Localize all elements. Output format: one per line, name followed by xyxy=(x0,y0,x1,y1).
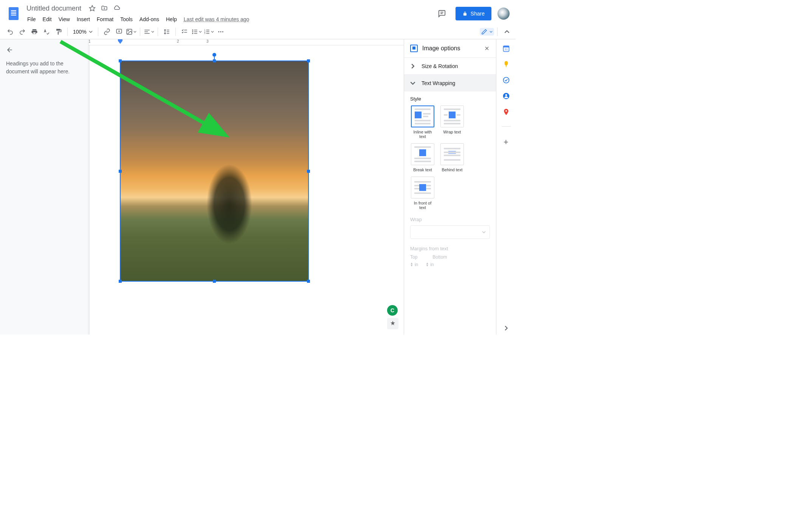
rotate-handle[interactable] xyxy=(212,53,216,57)
calendar-icon[interactable]: 31 xyxy=(502,45,510,52)
resize-handle-e[interactable] xyxy=(307,170,310,173)
selected-image[interactable] xyxy=(120,60,309,282)
menu-addons[interactable]: Add-ons xyxy=(136,15,162,24)
resize-handle-n[interactable] xyxy=(213,59,216,62)
presence-badge[interactable]: C xyxy=(387,305,398,316)
resize-handle-ne[interactable] xyxy=(307,59,310,62)
margin-bottom-input: ▲▼in xyxy=(426,262,434,267)
wrap-style-break[interactable]: Break text xyxy=(410,143,435,172)
ruler-mark: 3 xyxy=(206,39,209,43)
menu-help[interactable]: Help xyxy=(163,15,180,24)
lock-icon xyxy=(462,11,468,16)
docs-logo[interactable] xyxy=(6,6,21,21)
close-panel-button[interactable] xyxy=(484,45,490,51)
outline-panel: Headings you add to the document will ap… xyxy=(0,39,88,335)
outline-placeholder: Headings you add to the document will ap… xyxy=(6,60,82,76)
resize-handle-sw[interactable] xyxy=(119,280,122,283)
horizontal-ruler[interactable]: 1 2 3 xyxy=(88,39,404,45)
svg-point-30 xyxy=(222,31,223,32)
resize-handle-se[interactable] xyxy=(307,280,310,283)
align-button[interactable] xyxy=(143,26,155,37)
contacts-icon[interactable] xyxy=(502,92,510,100)
margin-top-input: ▲▼in xyxy=(410,262,418,267)
undo-button[interactable] xyxy=(5,26,16,37)
svg-point-7 xyxy=(128,30,129,31)
wrap-select xyxy=(410,225,490,239)
comments-icon[interactable] xyxy=(434,6,449,21)
share-label: Share xyxy=(471,11,485,17)
wrap-style-behind[interactable]: Behind text xyxy=(440,143,465,172)
svg-rect-32 xyxy=(118,39,122,41)
svg-point-40 xyxy=(505,110,507,112)
ruler-mark: 1 xyxy=(88,39,91,43)
menu-view[interactable]: View xyxy=(56,15,73,24)
zoom-dropdown[interactable]: 100% xyxy=(71,29,95,35)
svg-point-29 xyxy=(220,31,221,32)
add-addon-button[interactable]: + xyxy=(504,137,508,147)
chevron-down-icon xyxy=(482,230,486,234)
wrap-style-inline[interactable]: Inline with text xyxy=(410,105,435,139)
wrap-style-front[interactable]: In front of text xyxy=(410,177,435,210)
svg-point-28 xyxy=(218,31,219,32)
svg-marker-0 xyxy=(90,6,95,11)
insert-link-button[interactable] xyxy=(101,26,113,37)
spellcheck-button[interactable] xyxy=(41,26,52,37)
tasks-icon[interactable] xyxy=(502,76,510,84)
margin-top-label: Top xyxy=(410,254,417,260)
chevron-down-icon xyxy=(410,81,415,86)
svg-rect-19 xyxy=(194,29,197,30)
more-button[interactable] xyxy=(215,26,226,37)
move-icon[interactable] xyxy=(101,5,108,12)
section-text-wrapping[interactable]: Text Wrapping xyxy=(404,75,496,91)
resize-handle-nw[interactable] xyxy=(119,59,122,62)
menu-edit[interactable]: Edit xyxy=(40,15,55,24)
svg-rect-21 xyxy=(194,33,197,34)
add-comment-button[interactable] xyxy=(113,26,125,37)
svg-point-37 xyxy=(503,78,509,83)
document-title[interactable]: Untitled document xyxy=(24,4,84,13)
toolbar: 100% 123 xyxy=(0,24,516,39)
checklist-button[interactable] xyxy=(179,26,190,37)
svg-point-18 xyxy=(192,33,193,34)
style-heading: Style xyxy=(410,96,490,102)
last-edit-link[interactable]: Last edit was 4 minutes ago xyxy=(184,16,249,22)
section-size-rotation[interactable]: Size & Rotation xyxy=(404,58,496,74)
svg-text:3: 3 xyxy=(204,32,205,34)
share-button[interactable]: Share xyxy=(456,7,491,20)
menu-file[interactable]: File xyxy=(24,15,39,24)
resize-handle-s[interactable] xyxy=(213,280,216,283)
svg-text:31: 31 xyxy=(504,48,507,51)
account-avatar[interactable] xyxy=(497,8,510,20)
insert-image-button[interactable] xyxy=(126,26,137,37)
maps-icon[interactable] xyxy=(502,108,510,116)
resize-handle-w[interactable] xyxy=(119,170,122,173)
image-options-panel: Image options Size & Rotation Text Wrapp… xyxy=(404,39,496,335)
document-canvas[interactable]: 1 2 3 C xyxy=(88,39,404,335)
indent-marker[interactable] xyxy=(118,39,122,45)
collapse-rail-button[interactable] xyxy=(504,326,509,331)
outline-back-button[interactable] xyxy=(6,46,82,54)
keep-icon[interactable] xyxy=(502,60,510,68)
menu-tools[interactable]: Tools xyxy=(117,15,136,24)
editing-mode-dropdown[interactable] xyxy=(480,28,494,36)
svg-point-39 xyxy=(505,94,507,96)
print-button[interactable] xyxy=(29,26,40,37)
numbered-list-button[interactable]: 123 xyxy=(203,26,214,37)
bulleted-list-button[interactable] xyxy=(191,26,202,37)
image-icon xyxy=(410,45,418,52)
section-label: Text Wrapping xyxy=(421,80,455,86)
ruler-mark: 2 xyxy=(177,39,179,43)
menu-format[interactable]: Format xyxy=(94,15,116,24)
line-spacing-button[interactable] xyxy=(161,26,172,37)
explore-button[interactable] xyxy=(387,318,398,329)
redo-button[interactable] xyxy=(17,26,28,37)
svg-point-16 xyxy=(192,29,193,31)
wrap-heading: Wrap xyxy=(410,217,490,222)
menu-insert[interactable]: Insert xyxy=(74,15,93,24)
paint-format-button[interactable] xyxy=(53,26,64,37)
cloud-status-icon[interactable] xyxy=(113,5,121,12)
wrap-style-wrap[interactable]: Wrap text xyxy=(440,105,465,139)
collapse-toolbar-button[interactable] xyxy=(503,28,511,36)
star-icon[interactable] xyxy=(89,5,96,12)
svg-rect-36 xyxy=(506,65,507,67)
